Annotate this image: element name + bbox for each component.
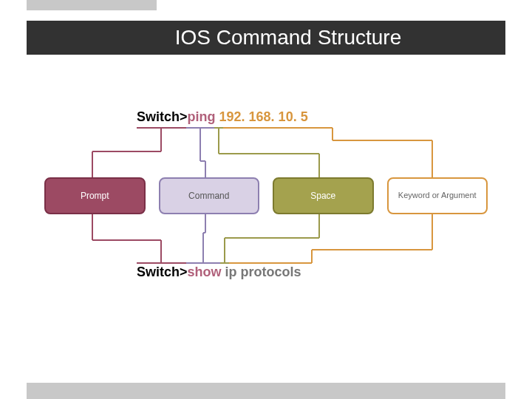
box-prompt: Prompt xyxy=(44,177,146,214)
bottom-prompt: Switch> xyxy=(137,265,188,279)
diagram: Switch>ping 192. 168. 10. 5 Prompt Comma… xyxy=(44,96,488,318)
box-space: Space xyxy=(273,177,374,214)
top-command-line: Switch>ping 192. 168. 10. 5 xyxy=(137,109,308,125)
slide-title: IOS Command Structure xyxy=(175,26,402,50)
category-boxes: Prompt Command Space Keyword or Argument xyxy=(44,177,488,214)
title-bar: IOS Command Structure xyxy=(27,21,505,55)
top-prompt: Switch> xyxy=(137,109,188,124)
box-command: Command xyxy=(159,177,260,214)
bottom-keyword: ip protocols xyxy=(225,265,301,279)
top-argument: 192. 168. 10. 5 xyxy=(219,109,308,124)
top-command: ping xyxy=(188,109,216,124)
decorative-top-bar xyxy=(27,0,157,10)
bottom-command-line: Switch>show ip protocols xyxy=(137,265,301,280)
bottom-command: show xyxy=(188,265,222,279)
box-keyword: Keyword or Argument xyxy=(387,177,488,214)
decorative-bottom-bar xyxy=(27,383,505,399)
